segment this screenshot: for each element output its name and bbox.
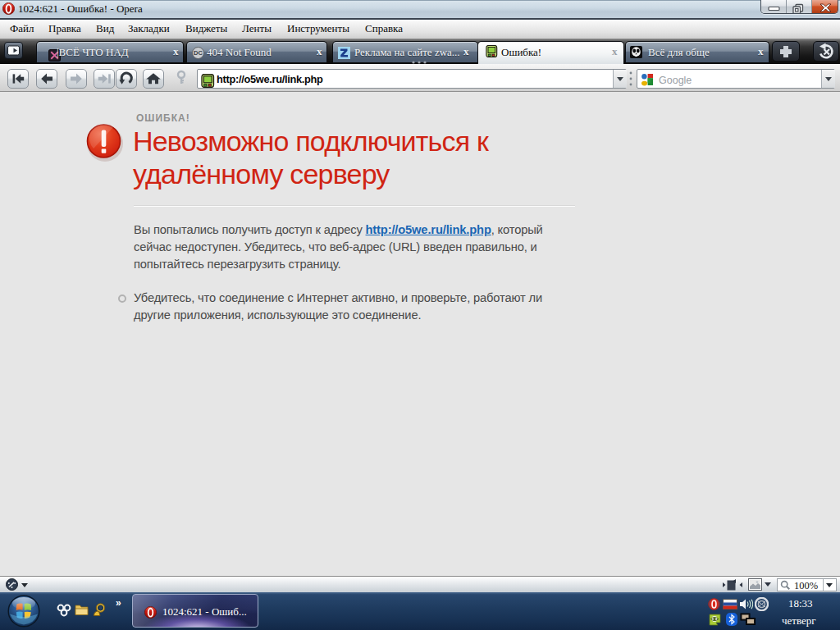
svg-text:DC: DC [194,49,203,57]
